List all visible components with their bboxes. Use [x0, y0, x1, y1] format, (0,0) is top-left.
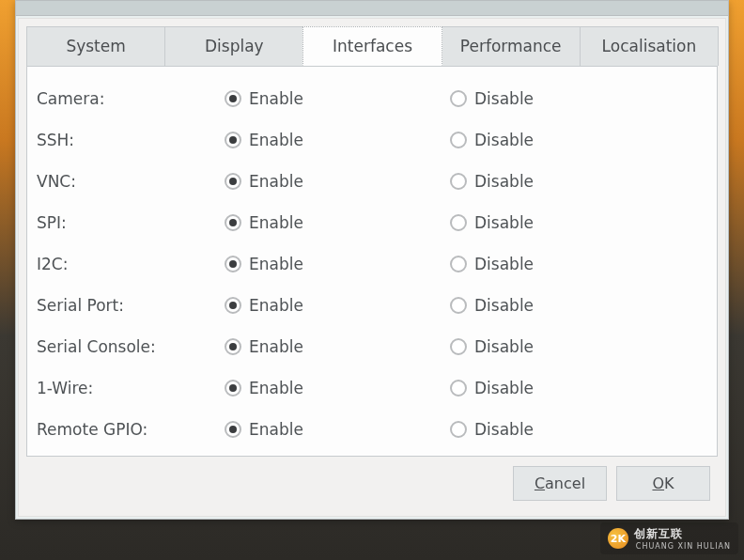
window-titlebar[interactable] [16, 1, 728, 16]
radio-group-serial-console: EnableDisable [225, 337, 702, 356]
radio-indicator-icon [225, 421, 241, 438]
radio-group-ssh: EnableDisable [225, 131, 702, 149]
radio-i2c-enable[interactable]: Enable [225, 255, 450, 273]
radio-label: Enable [249, 131, 303, 149]
radio-label: Enable [249, 255, 303, 273]
radio-label: Disable [474, 337, 534, 356]
radio-indicator-icon [450, 90, 467, 107]
radio-indicator-icon [225, 132, 241, 148]
radio-group-one-wire: EnableDisable [225, 379, 702, 397]
radio-camera-enable[interactable]: Enable [225, 89, 450, 108]
watermark-brand: 创新互联 [634, 526, 731, 542]
radio-label: Disable [474, 172, 534, 191]
label-i2c: I2C: [37, 255, 225, 273]
radio-label: Disable [474, 420, 534, 439]
label-vnc: VNC: [37, 172, 225, 191]
radio-group-camera: EnableDisable [225, 89, 702, 108]
radio-indicator-icon [450, 338, 467, 355]
radio-indicator-icon [225, 338, 241, 355]
label-serial-console: Serial Console: [37, 337, 225, 356]
radio-indicator-icon [450, 132, 467, 148]
radio-vnc-disable[interactable]: Disable [450, 172, 675, 191]
tab-localisation[interactable]: Localisation [580, 26, 719, 66]
row-vnc: VNC:EnableDisable [37, 161, 702, 202]
row-ssh: SSH:EnableDisable [37, 119, 702, 161]
tab-performance[interactable]: Performance [442, 26, 581, 66]
radio-indicator-icon [450, 380, 467, 397]
radio-indicator-icon [225, 297, 241, 314]
label-remote-gpio: Remote GPIO: [37, 420, 225, 439]
row-camera: Camera:EnableDisable [37, 78, 702, 119]
ok-button[interactable]: OK [616, 466, 710, 501]
tab-system[interactable]: System [26, 26, 165, 66]
radio-spi-enable[interactable]: Enable [225, 213, 450, 232]
radio-spi-disable[interactable]: Disable [450, 213, 675, 232]
radio-group-remote-gpio: EnableDisable [225, 420, 702, 439]
radio-indicator-icon [450, 256, 467, 272]
config-dialog: SystemDisplayInterfacesPerformanceLocali… [15, 0, 729, 520]
label-serial-port: Serial Port: [37, 296, 225, 315]
radio-group-spi: EnableDisable [225, 213, 702, 232]
radio-label: Enable [249, 379, 303, 397]
radio-label: Disable [474, 89, 534, 108]
radio-label: Enable [249, 172, 303, 191]
radio-ssh-disable[interactable]: Disable [450, 131, 675, 149]
ok-mnemonic: O [652, 474, 664, 492]
radio-label: Disable [474, 379, 534, 397]
cancel-button[interactable]: Cancel [513, 466, 607, 501]
row-one-wire: 1-Wire:EnableDisable [37, 367, 702, 409]
radio-group-i2c: EnableDisable [225, 255, 702, 273]
dialog-buttons: Cancel OK [26, 457, 718, 505]
radio-label: Disable [474, 296, 534, 315]
radio-label: Enable [249, 337, 303, 356]
watermark: 2K 创新互联 CHUANG XIN HULIAN [600, 522, 738, 554]
radio-label: Enable [249, 213, 303, 232]
radio-serial-port-enable[interactable]: Enable [225, 296, 450, 315]
radio-vnc-enable[interactable]: Enable [225, 172, 450, 191]
radio-one-wire-enable[interactable]: Enable [225, 379, 450, 397]
radio-indicator-icon [450, 173, 467, 190]
label-spi: SPI: [37, 213, 225, 232]
radio-label: Disable [474, 255, 534, 273]
tab-bar: SystemDisplayInterfacesPerformanceLocali… [26, 26, 718, 67]
radio-indicator-icon [225, 173, 241, 190]
label-ssh: SSH: [37, 131, 225, 149]
label-one-wire: 1-Wire: [37, 379, 225, 397]
radio-indicator-icon [450, 297, 467, 314]
radio-indicator-icon [450, 421, 467, 438]
radio-indicator-icon [225, 214, 241, 231]
radio-label: Enable [249, 420, 303, 439]
radio-label: Enable [249, 89, 303, 108]
radio-remote-gpio-disable[interactable]: Disable [450, 420, 675, 439]
radio-label: Enable [249, 296, 303, 315]
tab-content-interfaces: Camera:EnableDisableSSH:EnableDisableVNC… [26, 67, 718, 457]
tab-interfaces[interactable]: Interfaces [302, 26, 442, 66]
row-remote-gpio: Remote GPIO:EnableDisable [37, 409, 702, 450]
row-serial-console: Serial Console:EnableDisable [37, 326, 702, 367]
radio-indicator-icon [225, 380, 241, 397]
radio-indicator-icon [450, 214, 467, 231]
radio-i2c-disable[interactable]: Disable [450, 255, 675, 273]
radio-label: Disable [474, 131, 534, 149]
tab-display[interactable]: Display [164, 26, 303, 66]
radio-remote-gpio-enable[interactable]: Enable [225, 420, 450, 439]
radio-camera-disable[interactable]: Disable [450, 89, 675, 108]
radio-ssh-enable[interactable]: Enable [225, 131, 450, 149]
row-serial-port: Serial Port:EnableDisable [37, 285, 702, 326]
radio-indicator-icon [225, 256, 241, 272]
radio-one-wire-disable[interactable]: Disable [450, 379, 675, 397]
radio-label: Disable [474, 213, 534, 232]
dialog-panel: SystemDisplayInterfacesPerformanceLocali… [18, 18, 726, 517]
radio-group-serial-port: EnableDisable [225, 296, 702, 315]
row-i2c: I2C:EnableDisable [37, 243, 702, 285]
cancel-mnemonic: C [535, 474, 545, 492]
radio-serial-port-disable[interactable]: Disable [450, 296, 675, 315]
label-camera: Camera: [37, 89, 225, 108]
row-spi: SPI:EnableDisable [37, 202, 702, 243]
watermark-logo-icon: 2K [608, 528, 628, 549]
radio-indicator-icon [225, 90, 241, 107]
radio-serial-console-disable[interactable]: Disable [450, 337, 675, 356]
radio-serial-console-enable[interactable]: Enable [225, 337, 450, 356]
watermark-sub: CHUANG XIN HULIAN [636, 542, 731, 551]
radio-group-vnc: EnableDisable [225, 172, 702, 191]
